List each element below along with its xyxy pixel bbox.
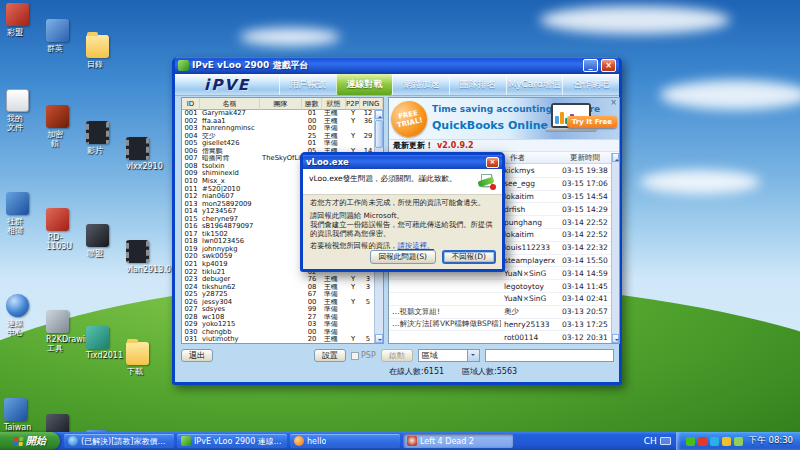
player-row[interactable]: 031viutimothy20主機Y5 xyxy=(182,336,374,343)
update-time: 03-14 02:41 xyxy=(559,294,611,303)
player-col-header[interactable]: P2P xyxy=(346,98,360,110)
updates-col-author: 作者 xyxy=(507,153,567,163)
taskbar-task[interactable]: (已解決)[請教]家教價行... xyxy=(64,434,174,448)
desktop-icon[interactable]: Steam xyxy=(46,414,64,430)
desktop-icon[interactable]: vlxx2910 xyxy=(126,137,144,153)
player-row[interactable]: 023debuger76主機Y3 xyxy=(182,276,374,284)
nav-tab[interactable]: 合作網吧 xyxy=(562,74,619,95)
desktop-icon[interactable]: Tixd2011 xyxy=(86,326,104,342)
taskbar-task[interactable]: hello xyxy=(290,434,400,448)
player-col-header[interactable]: 狀態 xyxy=(322,98,346,110)
updates-scrollbar[interactable] xyxy=(611,153,619,343)
scrollbar-thumb[interactable] xyxy=(375,120,383,148)
player-cell: ffa.aa1 xyxy=(200,118,260,125)
region-select[interactable]: 區域 xyxy=(418,349,480,362)
updates-title: 最新更新！ xyxy=(393,140,433,151)
taskbar-task[interactable]: Left 4 Dead 2 xyxy=(403,434,513,448)
player-col-header[interactable]: PING xyxy=(360,98,383,110)
desktop-icon[interactable]: 下載 xyxy=(126,342,144,358)
scroll-up-icon[interactable] xyxy=(612,153,619,162)
player-cell: 5 xyxy=(360,299,374,306)
desktop-icon[interactable]: 影片 xyxy=(86,121,104,137)
desktop-icon[interactable]: RD-1103U xyxy=(46,208,64,224)
player-cell: 準備 xyxy=(322,306,346,313)
player-row[interactable]: 028wc10827準備 xyxy=(182,314,374,322)
doc-icon xyxy=(6,89,29,112)
player-cell: 主機 xyxy=(322,110,346,117)
taskbar-task[interactable]: IPvE vLoo 2900 連線... xyxy=(177,434,287,448)
player-row[interactable]: 004交少25主機Y29 xyxy=(182,133,374,141)
region-count: 區域人數:5563 xyxy=(462,366,517,377)
update-author: steamplayerx xyxy=(501,256,559,265)
banner-close-icon[interactable]: × xyxy=(610,98,617,107)
psp-checkbox-group[interactable]: PSP xyxy=(351,351,376,360)
launch-button[interactable]: 啟動 xyxy=(381,349,413,362)
player-row[interactable]: 030chengbb00準備 xyxy=(182,329,374,337)
chat-input[interactable] xyxy=(485,349,614,362)
window-titlebar[interactable]: IPvE vLoo 2900 遊戲平台 _ × xyxy=(175,57,619,74)
report-problem-button[interactable]: 回報此問題(S) xyxy=(370,250,436,264)
player-col-header[interactable]: 團隊 xyxy=(260,98,302,110)
desktop-icon[interactable]: 連線中心 xyxy=(6,294,24,310)
player-row[interactable]: 002ffa.aa100主機Y36 xyxy=(182,118,374,126)
dialog-titlebar[interactable]: vLoo.exe × xyxy=(303,155,502,169)
desktop-icon[interactable]: 社群相簿 xyxy=(6,192,24,208)
dont-report-button[interactable]: 不回報(D) xyxy=(442,250,496,264)
start-button[interactable]: 開始 xyxy=(0,432,60,450)
close-button[interactable]: × xyxy=(601,59,616,72)
psp-checkbox[interactable] xyxy=(351,352,359,360)
chevron-down-icon[interactable] xyxy=(467,350,479,361)
desktop-icon[interactable]: vlan2913.0 xyxy=(126,240,144,256)
player-row[interactable]: 003hanrenngminsc00準備 xyxy=(182,125,374,133)
update-row[interactable]: …視聽文算組!奧少03-13 20:57 xyxy=(389,306,611,319)
exit-button[interactable]: 退出 xyxy=(181,349,213,362)
player-cell: 008 xyxy=(182,163,200,170)
player-row[interactable]: 025y2872567準備 xyxy=(182,291,374,299)
nav-tab[interactable]: 團隊排名 xyxy=(449,74,506,95)
settings-button[interactable]: 設置 xyxy=(314,349,346,362)
player-row[interactable]: 027sdsyes99準備 xyxy=(182,306,374,314)
tray-icon[interactable] xyxy=(710,437,719,446)
minimize-button[interactable]: _ xyxy=(583,59,598,72)
desktop-icon[interactable]: 我的文件 xyxy=(6,89,24,105)
player-col-header[interactable]: ID xyxy=(182,98,200,110)
desktop-icon[interactable]: 加密鎖 xyxy=(46,105,64,121)
nav-tab[interactable]: 用戶帳號 xyxy=(279,74,336,95)
player-row[interactable]: 026jessy30400主機Y5 xyxy=(182,299,374,307)
tray-icon[interactable] xyxy=(686,437,695,446)
player-col-header[interactable]: 名稱 xyxy=(200,98,260,110)
desktop-icon[interactable]: 群英 xyxy=(46,19,64,35)
desktop-icon[interactable]: 目錄 xyxy=(86,35,104,51)
update-row[interactable]: …解決方法[將VKP檔轉做BSP檔]henry2513303-13 17:25 xyxy=(389,319,611,332)
desktop-icon[interactable]: Taiwan Explorer xyxy=(4,398,22,414)
player-row[interactable]: 005gisellet42601準備 xyxy=(182,140,374,148)
desktop-icon[interactable]: 彩盟 xyxy=(6,3,24,19)
update-row[interactable]: YuaN×SinG03-14 02:41 xyxy=(389,293,611,306)
player-cell: 準備 xyxy=(322,291,346,298)
tray-icon[interactable] xyxy=(698,437,707,446)
nav-tab[interactable]: MyCard增值 xyxy=(506,74,563,95)
nav-tab[interactable]: 網路加速 xyxy=(392,74,449,95)
tray-icon[interactable] xyxy=(722,437,731,446)
player-col-header[interactable]: 勝數 xyxy=(302,98,322,110)
scroll-up-icon[interactable] xyxy=(375,110,383,119)
ad-banner[interactable]: FREE TRIAL! Time saving accounting softw… xyxy=(389,98,619,140)
language-indicator[interactable]: CH xyxy=(639,432,676,450)
desktop-icon[interactable]: R2KDrawing 工具 xyxy=(46,310,64,326)
player-row[interactable]: 029yoko121503準備 xyxy=(182,321,374,329)
tray-icon[interactable] xyxy=(734,437,743,446)
dialog-close-button[interactable]: × xyxy=(486,157,499,168)
player-row[interactable]: 024tikshun6208主機Y3 xyxy=(182,284,374,292)
try-it-free-button[interactable]: Try It Free xyxy=(567,116,617,128)
desktop-icon[interactable]: 聯盟 xyxy=(86,224,104,240)
player-cell: lwn0123456 xyxy=(200,238,260,245)
update-row[interactable]: rot0011403-12 20:31 xyxy=(389,331,611,343)
player-cell: 主機 xyxy=(322,133,346,140)
update-author: rot00114 xyxy=(501,333,559,342)
scroll-down-icon[interactable] xyxy=(612,334,619,343)
player-row[interactable]: 001Garymak42701主機Y12 xyxy=(182,110,374,118)
update-row[interactable]: legotoytoy03-14 11:45 xyxy=(389,280,611,293)
nav-tab[interactable]: 連線對戰 xyxy=(336,74,393,95)
scroll-down-icon[interactable] xyxy=(375,334,383,343)
player-cell: yoko1215 xyxy=(200,321,260,328)
